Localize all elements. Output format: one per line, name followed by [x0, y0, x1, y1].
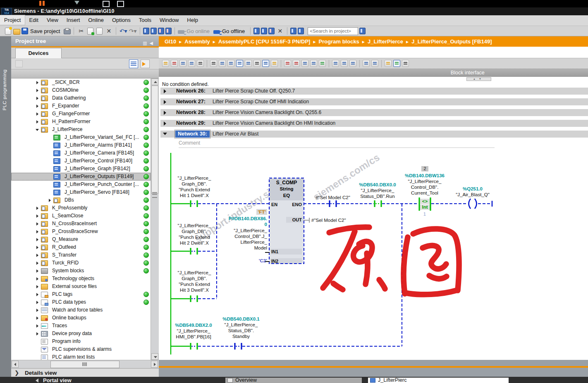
chevron-right-icon[interactable] [35, 237, 40, 242]
chevron-right-icon[interactable] [35, 112, 40, 117]
next-error-icon[interactable] [293, 60, 300, 67]
favorites-icon[interactable] [271, 60, 278, 67]
coil-operand[interactable]: "J_Air_Blast_Q" [452, 192, 493, 197]
chevron-right-icon[interactable] [35, 88, 40, 93]
out-target-operand[interactable]: #"Sel Model C2" [311, 217, 357, 223]
collapse-interface-icon[interactable] [349, 60, 356, 67]
chevron-right-icon[interactable] [35, 96, 40, 101]
menu-window[interactable]: Window [155, 15, 183, 25]
breadcrumb-item-j-lifterpierce-outputs-fb149[interactable]: J_LifterPierce_Outputs [FB149] [411, 38, 492, 45]
network-header[interactable]: Network 29:Lifter Pierce Vision Camera B… [160, 120, 588, 127]
expand-details-icon[interactable]: ❯ [14, 369, 19, 377]
monitoring-on-off-icon[interactable] [393, 60, 400, 67]
delete-network-icon[interactable] [171, 60, 178, 67]
start-simulation-icon[interactable] [261, 28, 267, 34]
chevron-right-icon[interactable] [48, 198, 53, 203]
tree-item-j-lifterpierce-servo-fb148[interactable]: J_LifterPierce_Servo [FB148] [11, 188, 151, 196]
tree-item-s-transfer[interactable]: S_Transfer [11, 251, 151, 259]
chevron-right-icon[interactable] [35, 331, 40, 336]
menu-edit[interactable]: Edit [25, 15, 42, 25]
stop-cpu-icon[interactable] [165, 28, 172, 34]
tree-item-j-lifterpierce-punch-counter[interactable]: J_LifterPierce_Punch_Counter [... [11, 181, 151, 188]
tree-item-system-blocks[interactable]: System blocks [11, 267, 151, 275]
breadcrumb-item-assemblyplc-cpu-1516f-3-pn-dp[interactable]: AssemblyPLC [CPU 1516F-3 PN/DP] [218, 38, 311, 45]
chevron-right-icon[interactable] [35, 261, 40, 266]
scrollbar-thumb[interactable] [50, 361, 120, 368]
tree-item-watch-and-force-tables[interactable]: Watch and force tables [11, 306, 151, 314]
chevron-right-icon[interactable] [35, 316, 40, 321]
download-to-device-icon[interactable] [143, 28, 149, 34]
upload-from-device-icon[interactable] [151, 28, 157, 34]
chevron-right-icon[interactable] [164, 89, 166, 93]
tree-item-q-measure[interactable]: Q_Measure [11, 236, 151, 243]
compare-address[interactable]: %DB140.DBW136 [396, 173, 454, 178]
snapshot-icon[interactable] [310, 60, 317, 67]
chevron-right-icon[interactable] [35, 214, 40, 219]
chevron-right-icon[interactable] [35, 245, 40, 250]
breadcrumb-item-gi10[interactable]: GI10 [165, 38, 176, 45]
split-vertical-icon[interactable] [298, 28, 304, 34]
chevron-right-icon[interactable] [164, 100, 166, 104]
contact-address[interactable]: %DB540.DBX0.0 [353, 182, 402, 188]
tree-item-plc-data-types[interactable]: PLC data types [11, 298, 151, 306]
network-header[interactable]: Network 26:Lifter Pierce Scrap Chute Off… [160, 88, 588, 95]
absolute-operands-icon[interactable] [245, 60, 252, 67]
contact-address[interactable]: %DB540.DBX0.1 [215, 316, 267, 322]
redo-icon[interactable]: ↷▾ [129, 28, 137, 35]
columns-icon[interactable]: ▥ [143, 40, 149, 45]
tab-lifterpierce-block[interactable]: J_LifterPierc [368, 378, 509, 383]
chevron-down-icon[interactable] [163, 133, 167, 135]
open-branches-icon[interactable] [227, 60, 234, 67]
toggle-comments-icon[interactable] [236, 60, 243, 67]
insert-network-icon[interactable] [162, 60, 169, 67]
backward-icon[interactable] [363, 60, 370, 67]
scroll-down-icon[interactable] [151, 353, 158, 360]
list-view-icon[interactable] [129, 59, 138, 68]
start-cpu-icon[interactable] [158, 28, 164, 34]
chevron-right-icon[interactable] [35, 253, 40, 258]
authorization-icon[interactable] [385, 60, 392, 67]
copy-icon[interactable] [87, 28, 93, 35]
tab-overview[interactable]: Overview [225, 378, 362, 383]
free-form-comments-icon[interactable] [262, 60, 269, 67]
task-card-label[interactable]: PLC programming [2, 69, 7, 110]
paste-icon[interactable] [96, 28, 103, 35]
chevron-right-icon[interactable] [35, 284, 40, 289]
in2-operand[interactable]: 'C2' [232, 258, 267, 264]
scroll-left-icon[interactable] [12, 361, 19, 368]
symbolic-operands-icon[interactable] [253, 60, 261, 67]
tree-item-technology-objects[interactable]: Technology objects [11, 275, 151, 283]
undo-icon[interactable]: ↶▾ [119, 28, 127, 35]
add-device-icon[interactable] [15, 60, 23, 67]
network-header[interactable]: Network 28:Lifter Pierce Vision Camera B… [160, 109, 588, 116]
go-online-button[interactable]: Go online [186, 28, 210, 34]
chevron-right-icon[interactable] [35, 269, 40, 274]
tree-vertical-scrollbar[interactable] [151, 79, 159, 360]
contact-operand[interactable]: #"Sel Model C2" [310, 195, 356, 200]
contact-address[interactable]: %DB549.DBX2.0 [169, 322, 218, 328]
delete-icon[interactable]: ✕ [105, 28, 113, 35]
go-offline-icon[interactable] [213, 30, 220, 34]
network-number[interactable]: Network 30: [175, 131, 210, 138]
ft-qualifier[interactable]: 'FT' [223, 209, 267, 215]
chevron-right-icon[interactable] [35, 300, 40, 305]
accessible-devices-icon[interactable] [253, 28, 260, 34]
tree-item-j-lifterpierce-outputs-fb149[interactable]: J_LifterPierce_Outputs [FB149] [11, 173, 151, 181]
chevron-right-icon[interactable] [35, 292, 40, 297]
chevron-right-icon[interactable] [35, 229, 40, 234]
chevron-right-icon[interactable] [35, 104, 40, 109]
delete-row-icon[interactable] [188, 60, 195, 67]
compare-operator[interactable]: <> [420, 199, 430, 204]
coil-address[interactable]: %Q251.0 [452, 186, 493, 192]
load-snapshot-icon[interactable] [319, 60, 326, 67]
menu-options[interactable]: Options [108, 15, 135, 25]
portal-view-button[interactable]: Portal view [43, 377, 72, 383]
scrollbar-thumb[interactable] [151, 86, 158, 194]
tree-item-j-lifterpierce-graph-fb142[interactable]: J_LifterPierce_Graph [FB142] [11, 165, 151, 173]
tree-item-j-lifterpierce-alarms-fb141[interactable]: J_LifterPierce_Alarms [FB141] [11, 141, 151, 149]
in1-operand[interactable]: "J_LifterPierce_ Control_DB".J_ LifterPi… [222, 228, 267, 251]
collapse-networks-icon[interactable] [219, 60, 226, 67]
contact-operand[interactable]: "J_LifterPierce_ Graph_DB". "Punch Exten… [173, 223, 216, 246]
split-horizontal-icon[interactable] [290, 28, 296, 34]
open-project-icon[interactable] [13, 29, 20, 35]
